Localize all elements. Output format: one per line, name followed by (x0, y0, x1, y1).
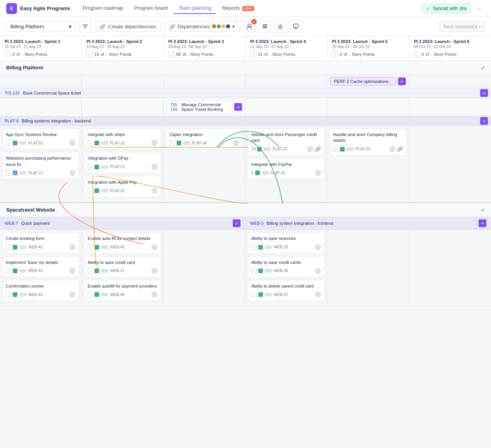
expand-icon-spacetravel[interactable]: ⤢ (481, 207, 485, 213)
minus-icon[interactable]: - (333, 146, 338, 152)
task-card-plat23[interactable]: Handle and store Company billing details… (330, 128, 406, 156)
minus-icon[interactable]: - (88, 245, 93, 250)
minus-icon[interactable]: - (251, 292, 257, 297)
billing-platform-header[interactable]: Billing Platform ⤢ (0, 61, 491, 75)
tis159-add-button[interactable]: + (234, 103, 242, 111)
task-card-web45[interactable]: Enable auto-fill for contact details - W… (84, 232, 161, 253)
web46-title: Enable autofill for payment providers (88, 283, 157, 289)
priority-icon (340, 147, 345, 152)
dependencies-button[interactable]: 🔗 Dependencies ▾ (164, 21, 240, 32)
task-plat23-id: PLAT-23 (355, 147, 387, 151)
task-plat53-id: PLAT-53 (28, 141, 68, 145)
task-card-plat32[interactable]: Integrate with stripe - PLAT-32 (84, 128, 161, 150)
task-col-1: App Sync Systems Review - PLAT-53 Websto… (0, 126, 82, 202)
minus-icon[interactable]: - (251, 245, 257, 250)
avatar-icon (151, 140, 158, 146)
more-button[interactable]: ··· (474, 3, 485, 14)
priority-icon (13, 141, 17, 145)
minus-icon[interactable]: - (88, 268, 93, 274)
svg-rect-2 (263, 26, 267, 27)
check-priority-icon: ✓ (13, 171, 17, 175)
perf-cell-4 (246, 75, 327, 88)
avatar-badge: 1 (251, 19, 257, 24)
task-card-plat22[interactable]: Handle and store Passenger credit card 1… (248, 128, 324, 156)
perf-row: PERF-2 Cache optimizations + (0, 75, 491, 88)
avatar-button[interactable]: 1 (243, 20, 256, 33)
minus-icon[interactable]: - (6, 140, 11, 146)
expand-icon[interactable]: ⤢ (481, 65, 485, 71)
nav-program-board[interactable]: Program board (129, 3, 172, 14)
sprint-header-3: PI 3 2023: Launch - Sprint 3 28 Aug 23 ·… (164, 36, 246, 60)
task-plat22-title: Handle and store Passenger credit card (251, 132, 321, 144)
task-plat32-id: PLAT-32 (110, 141, 149, 145)
task-card-plat52[interactable]: Integration with Apple Pay - PLAT-52 (84, 176, 161, 197)
plat6-add-button[interactable]: + (480, 117, 488, 125)
minus-icon[interactable]: - (88, 140, 93, 146)
task-card-web43[interactable]: Implement 'Save my details' - WEB-43 (2, 256, 79, 277)
task-col-5: Handle and store Company billing details… (327, 126, 409, 202)
task-card-web47[interactable]: Ability to save credit card - WEB-47 (84, 256, 161, 277)
web44-title: Confirmation screen (6, 283, 76, 289)
perf-add-button[interactable]: + (398, 78, 406, 85)
minus-icon[interactable]: - (251, 268, 257, 274)
web5-add-button[interactable]: + (479, 219, 486, 227)
team-select[interactable]: Billing Platform ▾ (6, 21, 76, 32)
task-card-web36[interactable]: Ability to save credit cards - WEB-36 (248, 256, 324, 277)
synced-button[interactable]: ✓ Synced with Jira (422, 3, 471, 14)
sprint-2-minus[interactable]: - (86, 51, 93, 57)
spacetravel-header[interactable]: Spacetravel Website ⤢ (0, 202, 491, 217)
monitor-button[interactable] (290, 20, 302, 33)
task-card-web42[interactable]: Create booking form - WEB-42 (2, 232, 79, 253)
sprint-5-minus[interactable]: - (332, 51, 338, 57)
minus-icon[interactable]: - (6, 170, 11, 176)
tis135-add-button[interactable]: + (480, 89, 488, 97)
create-dependencies-button[interactable]: 🔗 Create dependencies (94, 21, 161, 32)
minus-icon[interactable]: - (170, 140, 175, 146)
nav-reports[interactable]: Reports NEW! (218, 3, 259, 14)
task-card-web37[interactable]: Ability to delete saved credit card - WE… (248, 280, 324, 301)
task-card-plat53[interactable]: App Sync Systems Review - PLAT-53 (2, 128, 79, 150)
top-nav: E Easy Agile Programs Program roadmap Pr… (0, 0, 491, 17)
tis159-bar[interactable]: TIS-159 Manage Commercial Space Travel B… (167, 100, 233, 114)
minus-icon[interactable]: - (88, 292, 93, 297)
minus-icon[interactable]: - (6, 268, 11, 274)
task-card-web44[interactable]: Confirmation screen - WEB-44 (2, 280, 79, 301)
sprint-6-minus[interactable]: - (414, 51, 420, 57)
task-card-plat34[interactable]: Zapier integration - PLAT-34 (166, 128, 243, 150)
toggle (263, 147, 271, 151)
plat6-bar[interactable]: PLAT-6 Billing systems integration - bac… (0, 116, 480, 126)
sprint-5-dates: 25 Sep 23 · 06 Oct 23 (332, 45, 404, 49)
task-plat34-id: PLAT-34 (192, 141, 232, 145)
minus-icon[interactable]: - (88, 188, 93, 193)
sprint-1-minus[interactable]: - (5, 51, 11, 57)
toggle (19, 269, 27, 273)
tis159-id: TIS-159 (170, 102, 179, 112)
task-card-plat51[interactable]: Integration with GPay - PLAT-51 (84, 152, 161, 173)
task-card-web46[interactable]: Enable autofill for payment providers - … (84, 280, 161, 301)
task-card-plat33[interactable]: Integrate with PayPal 8 PLAT-33 (248, 158, 324, 179)
minus-icon[interactable]: - (88, 164, 93, 170)
hand-tool-button[interactable] (274, 20, 287, 33)
sprint-3-minus[interactable]: - (168, 51, 175, 57)
tis135-bar[interactable]: TIS-135 Book Commercial Space ticket (0, 88, 480, 98)
list-view-button[interactable] (259, 20, 271, 33)
nav-team-planning[interactable]: Team planning (174, 3, 216, 14)
sprint-4-minus[interactable]: - (250, 51, 256, 57)
task-card-web26[interactable]: Ability to save searches - WEB-26 (248, 232, 324, 253)
filter-button[interactable] (79, 20, 91, 33)
task-plat53-title: App Sync Systems Review (6, 132, 76, 138)
task-plat17-id: PLAT-17 (28, 171, 68, 175)
minus-icon[interactable]: - (6, 245, 11, 250)
nav-program-roadmap[interactable]: Program roadmap (78, 3, 128, 14)
points-plat33: 8 (251, 171, 254, 175)
web37-title: Ability to delete saved credit card (251, 283, 321, 289)
toggle (183, 141, 191, 145)
web46-meta: - WEB-46 (88, 291, 157, 298)
task-plat17-title: Webstore purchasing performance issue fi… (6, 155, 76, 167)
perf-story-bar[interactable]: PERF-2 Cache optimizations (330, 77, 395, 86)
minus-icon[interactable]: - (6, 292, 11, 297)
task-card-plat17[interactable]: Webstore purchasing performance issue fi… (2, 152, 79, 179)
web7-add-button[interactable]: + (233, 219, 240, 227)
task-plat34-title: Zapier integration (170, 132, 239, 138)
priority-icon (258, 245, 263, 250)
